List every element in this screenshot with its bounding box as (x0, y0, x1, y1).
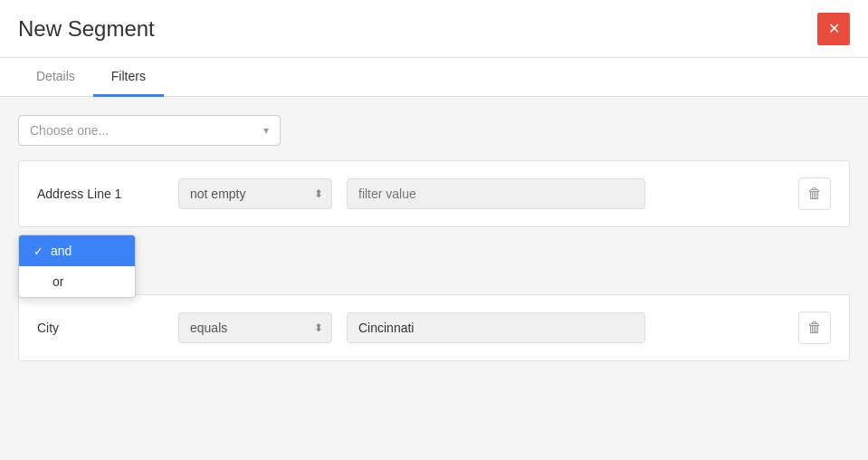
connector-option-and[interactable]: ✓ and (19, 235, 135, 266)
connector-or-label: or (52, 274, 63, 289)
connector-dropdown: ✓ and or (18, 235, 136, 298)
page-container: New Segment ✕ Details Filters Choose one… (0, 0, 868, 460)
filter-value-input-2[interactable] (347, 312, 645, 343)
filter-row-1: Address Line 1 not empty is empty equals… (18, 160, 850, 227)
content-area: Choose one... ▾ Address Line 1 not empty… (0, 97, 868, 387)
tabs-bar: Details Filters (0, 58, 868, 97)
filter-label-1: Address Line 1 (37, 187, 164, 201)
filter-condition-wrapper-1: not empty is empty equals not equals con… (178, 178, 332, 209)
trash-icon-2: 🗑 (807, 320, 822, 336)
filter-value-input-1[interactable] (347, 178, 645, 209)
page-title: New Segment (18, 16, 155, 42)
close-icon: ✕ (828, 20, 840, 37)
tab-filters[interactable]: Filters (93, 58, 164, 97)
filter-condition-wrapper-2: equals not equals contains not empty is … (178, 312, 332, 343)
filter-row-2: City equals not equals contains not empt… (18, 294, 850, 361)
connector-area: ✓ and or and ▾ (18, 235, 850, 262)
tab-details[interactable]: Details (18, 58, 93, 97)
trash-icon-1: 🗑 (807, 186, 822, 202)
filter-condition-select-1[interactable]: not empty is empty equals not equals con… (178, 178, 332, 209)
header: New Segment ✕ (0, 0, 868, 58)
dropdown-arrow-icon: ▾ (263, 124, 269, 137)
filter-label-2: City (37, 321, 164, 335)
filter-row-2-container: City equals not equals contains not empt… (18, 294, 850, 361)
choose-one-dropdown[interactable]: Choose one... ▾ (18, 115, 281, 146)
delete-filter-button-2[interactable]: 🗑 (798, 311, 831, 344)
choose-one-placeholder: Choose one... (30, 123, 109, 138)
close-button[interactable]: ✕ (817, 13, 850, 45)
connector-and-label: and (51, 244, 72, 258)
check-icon: ✓ (33, 244, 43, 258)
delete-filter-button-1[interactable]: 🗑 (798, 177, 831, 210)
filter-condition-select-2[interactable]: equals not equals contains not empty is … (178, 312, 332, 343)
connector-option-or[interactable]: or (19, 266, 135, 297)
